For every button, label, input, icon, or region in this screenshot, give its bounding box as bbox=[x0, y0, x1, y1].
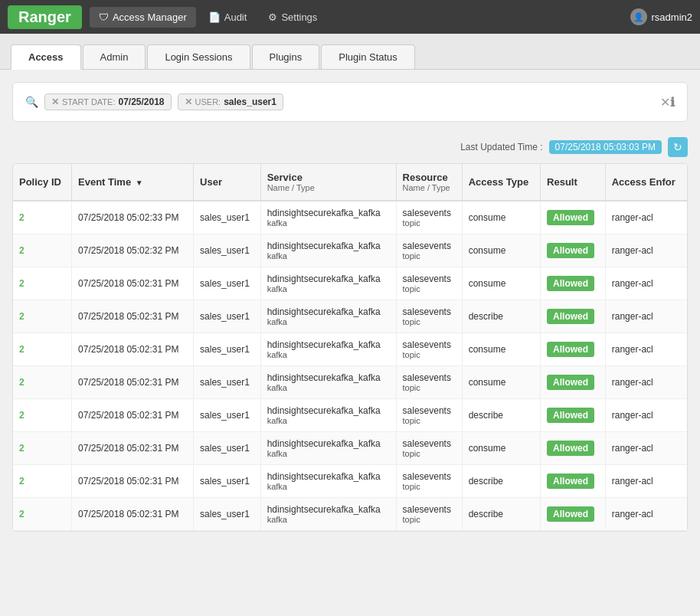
allowed-badge: Allowed bbox=[547, 408, 594, 423]
policy-id-link[interactable]: 2 bbox=[19, 311, 25, 322]
cell-user: sales_user1 bbox=[194, 333, 261, 366]
cell-policy-id: 2 bbox=[13, 234, 72, 267]
cell-event-time: 07/25/2018 05:02:31 PM bbox=[72, 366, 194, 399]
col-access-enforcer[interactable]: Access Enfor bbox=[605, 164, 687, 201]
cell-user: sales_user1 bbox=[194, 267, 261, 300]
cell-enforcer: ranger-acl bbox=[605, 432, 687, 465]
cell-resource: salesevents topic bbox=[396, 432, 462, 465]
policy-id-link[interactable]: 2 bbox=[19, 377, 25, 388]
cell-policy-id: 2 bbox=[13, 201, 72, 234]
refresh-button[interactable]: ↻ bbox=[668, 137, 688, 157]
cell-result: Allowed bbox=[541, 267, 606, 300]
cell-event-time: 07/25/2018 05:02:31 PM bbox=[72, 300, 194, 333]
cell-event-time: 07/25/2018 05:02:31 PM bbox=[72, 498, 194, 531]
table-row: 2 07/25/2018 05:02:31 PM sales_user1 hdi… bbox=[13, 465, 687, 498]
cell-enforcer: ranger-acl bbox=[605, 333, 687, 366]
cell-enforcer: ranger-acl bbox=[605, 234, 687, 267]
col-access-type[interactable]: Access Type bbox=[462, 164, 540, 201]
table-row: 2 07/25/2018 05:02:33 PM sales_user1 hdi… bbox=[13, 201, 687, 234]
policy-id-link[interactable]: 2 bbox=[19, 509, 25, 519]
cell-result: Allowed bbox=[541, 366, 606, 399]
tab-plugins[interactable]: Plugins bbox=[252, 44, 320, 69]
cell-user: sales_user1 bbox=[194, 498, 261, 531]
info-icon[interactable]: ℹ bbox=[670, 95, 675, 110]
cell-resource: salesevents topic bbox=[396, 267, 462, 300]
remove-start-date[interactable]: ✕ bbox=[51, 97, 59, 107]
cell-access-type: describe bbox=[462, 498, 540, 531]
cell-result: Allowed bbox=[541, 465, 606, 498]
remove-user[interactable]: ✕ bbox=[185, 97, 192, 107]
cell-event-time: 07/25/2018 05:02:31 PM bbox=[72, 267, 194, 300]
search-clear-button[interactable]: ✕ bbox=[660, 95, 670, 110]
cell-result: Allowed bbox=[541, 333, 606, 366]
policy-id-link[interactable]: 2 bbox=[19, 278, 25, 289]
cell-enforcer: ranger-acl bbox=[605, 465, 687, 498]
cell-user: sales_user1 bbox=[194, 300, 261, 333]
cell-enforcer: ranger-acl bbox=[605, 300, 687, 333]
tab-access[interactable]: Access bbox=[11, 44, 81, 70]
table-row: 2 07/25/2018 05:02:32 PM sales_user1 hdi… bbox=[13, 234, 687, 267]
table-row: 2 07/25/2018 05:02:31 PM sales_user1 hdi… bbox=[13, 267, 687, 300]
table-row: 2 07/25/2018 05:02:31 PM sales_user1 hdi… bbox=[13, 399, 687, 432]
col-user[interactable]: User bbox=[194, 164, 261, 201]
col-event-time[interactable]: Event Time ▼ bbox=[72, 164, 194, 201]
cell-policy-id: 2 bbox=[13, 267, 72, 300]
header-user: 👤 rsadmin2 bbox=[630, 8, 692, 25]
cell-result: Allowed bbox=[541, 399, 606, 432]
app-logo: Ranger bbox=[8, 5, 82, 29]
cell-service: hdinsightsecurekafka_kafka kafka bbox=[260, 267, 396, 300]
header: Ranger 🛡 Access Manager 📄 Audit ⚙ Settin… bbox=[0, 0, 700, 34]
tab-login-sessions[interactable]: Login Sessions bbox=[147, 44, 250, 69]
policy-id-link[interactable]: 2 bbox=[19, 410, 25, 421]
last-updated-label: Last Updated Time : bbox=[460, 142, 542, 152]
cell-user: sales_user1 bbox=[194, 201, 261, 234]
col-policy-id[interactable]: Policy ID bbox=[13, 164, 72, 201]
policy-id-link[interactable]: 2 bbox=[19, 344, 25, 355]
cell-resource: salesevents topic bbox=[396, 234, 462, 267]
filter-tag-user[interactable]: ✕ USER: sales_user1 bbox=[178, 93, 283, 110]
cell-resource: salesevents topic bbox=[396, 333, 462, 366]
cell-policy-id: 2 bbox=[13, 399, 72, 432]
cell-enforcer: ranger-acl bbox=[605, 267, 687, 300]
search-container: 🔍 ✕ START DATE: 07/25/2018 ✕ USER: sales… bbox=[12, 82, 688, 122]
col-resource[interactable]: Resource Name / Type bbox=[396, 164, 462, 201]
last-updated-bar: Last Updated Time : 07/25/2018 05:03:03 … bbox=[12, 134, 688, 163]
main-content: 🔍 ✕ START DATE: 07/25/2018 ✕ USER: sales… bbox=[0, 70, 700, 544]
tab-admin[interactable]: Admin bbox=[83, 44, 146, 69]
cell-access-type: consume bbox=[462, 234, 540, 267]
username: rsadmin2 bbox=[652, 11, 692, 23]
cell-enforcer: ranger-acl bbox=[605, 399, 687, 432]
cell-result: Allowed bbox=[541, 300, 606, 333]
policy-id-link[interactable]: 2 bbox=[19, 245, 25, 256]
cell-policy-id: 2 bbox=[13, 366, 72, 399]
nav-item-settings[interactable]: ⚙ Settings bbox=[259, 7, 326, 28]
cell-access-type: describe bbox=[462, 465, 540, 498]
table-row: 2 07/25/2018 05:02:31 PM sales_user1 hdi… bbox=[13, 300, 687, 333]
table-row: 2 07/25/2018 05:02:31 PM sales_user1 hdi… bbox=[13, 432, 687, 465]
cell-event-time: 07/25/2018 05:02:31 PM bbox=[72, 333, 194, 366]
cell-access-type: consume bbox=[462, 201, 540, 234]
cell-user: sales_user1 bbox=[194, 465, 261, 498]
policy-id-link[interactable]: 2 bbox=[19, 443, 25, 454]
policy-id-link[interactable]: 2 bbox=[19, 476, 25, 487]
tabs-container: Access Admin Login Sessions Plugins Plug… bbox=[0, 34, 700, 70]
cell-resource: salesevents topic bbox=[396, 465, 462, 498]
cell-service: hdinsightsecurekafka_kafka kafka bbox=[260, 399, 396, 432]
cell-policy-id: 2 bbox=[13, 498, 72, 531]
cell-service: hdinsightsecurekafka_kafka kafka bbox=[260, 300, 396, 333]
nav-item-audit[interactable]: 📄 Audit bbox=[199, 7, 257, 28]
tab-plugin-status[interactable]: Plugin Status bbox=[321, 44, 415, 69]
cell-resource: salesevents topic bbox=[396, 201, 462, 234]
allowed-badge: Allowed bbox=[547, 342, 594, 357]
allowed-badge: Allowed bbox=[547, 506, 594, 522]
cell-service: hdinsightsecurekafka_kafka kafka bbox=[260, 498, 396, 531]
allowed-badge: Allowed bbox=[547, 309, 594, 324]
access-table: Policy ID Event Time ▼ User Service Name… bbox=[13, 164, 687, 531]
policy-id-link[interactable]: 2 bbox=[19, 212, 25, 223]
cell-service: hdinsightsecurekafka_kafka kafka bbox=[260, 465, 396, 498]
col-result[interactable]: Result bbox=[541, 164, 606, 201]
filter-tag-start-date[interactable]: ✕ START DATE: 07/25/2018 bbox=[44, 93, 172, 110]
col-service[interactable]: Service Name / Type bbox=[260, 164, 396, 201]
cell-event-time: 07/25/2018 05:02:31 PM bbox=[72, 465, 194, 498]
nav-item-access-manager[interactable]: 🛡 Access Manager bbox=[90, 7, 196, 28]
